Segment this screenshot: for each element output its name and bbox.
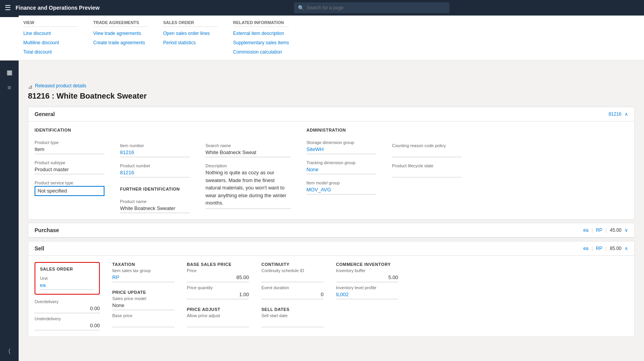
breadcrumb[interactable]: Released product details: [35, 83, 86, 89]
sales-order-unit-value[interactable]: ea: [40, 281, 94, 290]
general-collapse-icon[interactable]: ∧: [625, 111, 628, 117]
taxation-title: TAXATION: [112, 262, 174, 267]
sell-title: Sell: [35, 245, 44, 252]
dropdown-sales-group: Sales order Open sales order lines Perio…: [163, 20, 218, 56]
purchase-rp: RP: [596, 227, 602, 233]
continuity-group: CONTINUITY Continuity schedule ID Event …: [261, 262, 324, 330]
sell-amount: 85.00: [610, 246, 621, 251]
product-name-value: White Boatneck Sweater: [120, 205, 190, 213]
item-model-value[interactable]: MOV_AVG: [306, 186, 376, 194]
sidebar-grid-icon[interactable]: ▦: [2, 65, 16, 79]
continuity-schedule-value: [261, 274, 324, 282]
continuity-schedule-field: Continuity schedule ID: [261, 268, 324, 282]
purchase-title: Purchase: [35, 227, 59, 233]
dropdown-multiline-discount[interactable]: Multiline discount: [23, 39, 78, 46]
counting-policy-label: Counting reason code policy: [392, 143, 462, 148]
continuity-schedule-label: Continuity schedule ID: [261, 268, 324, 273]
base-sales-price-title: BASE SALES PRICE: [187, 262, 249, 267]
product-type-field: Product type Item: [35, 140, 104, 154]
sell-dropdown: View Line discount Multiline discount To…: [19, 17, 644, 61]
purchase-header-right: ea | RP | 45.00 ∨: [583, 227, 628, 233]
counting-policy-value: [392, 149, 462, 157]
purchase-section-header[interactable]: Purchase ea | RP | 45.00 ∨: [28, 223, 634, 238]
underdelivery-value: 0.00: [35, 322, 100, 330]
general-header-right: 81216 ∧: [609, 111, 628, 117]
lifecycle-field: Product lifecycle state: [392, 163, 462, 177]
product-service-type-field: Product service type Not specified: [35, 180, 104, 196]
dropdown-commission[interactable]: Commission calculation: [233, 49, 289, 56]
sell-fields: SALES ORDER Unit ea Overdelivery 0.00: [35, 262, 628, 330]
tracking-dim-field: Tracking dimension group None: [306, 160, 376, 174]
product-number-field: Product number 81216: [120, 163, 190, 177]
identification-title: IDENTIFICATION: [35, 128, 104, 132]
search-name-field: Search name White Boatneck Sweat: [205, 143, 291, 157]
underdelivery-label: Underdelivery: [35, 316, 100, 321]
product-name-label: Product name: [120, 199, 190, 204]
sales-price-model-field: Sales price model None: [112, 296, 174, 310]
lifecycle-value: [392, 169, 462, 177]
tracking-dim-value[interactable]: None: [306, 166, 376, 174]
allow-price-adjust-label: Allow price adjust: [187, 313, 249, 318]
sell-rp: RP: [596, 246, 602, 251]
sell-start-date-value: [261, 319, 324, 327]
item-tax-group-field: Item sales tax group RP: [112, 268, 174, 282]
page-content: ⊿ Released product details 81216 : White…: [19, 33, 644, 345]
dropdown-total-discount[interactable]: Total discount: [23, 49, 78, 56]
sell-section-header[interactable]: Sell ea | RP | 85.00 ∧: [28, 241, 634, 256]
base-price-label: Base price: [112, 313, 174, 318]
description-value: Nothing is quite as cozy as our sweaters…: [205, 169, 291, 209]
price-label: Price: [187, 268, 249, 273]
purchase-section: Purchase ea | RP | 45.00 ∨: [28, 223, 635, 238]
product-subtype-value: Product master: [35, 166, 104, 174]
dropdown-create-trade[interactable]: Create trade agreements: [93, 39, 148, 46]
product-service-type-value[interactable]: Not specified: [35, 186, 104, 196]
sales-price-model-value: None: [112, 302, 174, 310]
price-value: 85.00: [187, 274, 249, 282]
inventory-level-profile-label: Inventory level profile: [336, 285, 398, 290]
product-name-field: Product name White Boatneck Sweater: [120, 199, 190, 213]
dropdown-period-stats[interactable]: Period statistics: [163, 39, 218, 46]
event-duration-label: Event duration: [261, 285, 324, 290]
dropdown-line-discount[interactable]: Line discount: [23, 30, 78, 37]
general-title: General: [35, 111, 55, 117]
purchase-amount: 45.00: [610, 227, 621, 233]
dropdown-external-item[interactable]: External item description: [233, 30, 289, 37]
product-subtype-field: Product subtype Product master: [35, 160, 104, 174]
taxation-group: TAXATION Item sales tax group RP PRICE U…: [112, 262, 174, 330]
event-duration-field: Event duration 0: [261, 285, 324, 299]
search-input[interactable]: [306, 5, 446, 10]
filter-icon[interactable]: ⊿: [28, 83, 33, 90]
dropdown-view-trade[interactable]: View trade agreements: [93, 30, 148, 37]
product-subtype-label: Product subtype: [35, 160, 104, 165]
overdelivery-value: 0.00: [35, 305, 100, 313]
underdelivery-field: Underdelivery 0.00: [35, 316, 100, 330]
general-section-header[interactable]: General 81216 ∧: [28, 107, 634, 121]
main-content: ✏️ Edit + New 🗑 Delete Product Purchase …: [19, 16, 644, 361]
item-model-field: Item model group MOV_AVG: [306, 180, 376, 194]
product-number-value[interactable]: 81216: [120, 169, 190, 177]
dropdown-open-orders[interactable]: Open sales order lines: [163, 30, 218, 37]
purchase-expand-icon[interactable]: ∨: [625, 227, 628, 233]
search-bar[interactable]: 🔍: [294, 2, 449, 13]
overdelivery-field: Overdelivery 0.00: [35, 299, 100, 313]
storage-dim-field: Storage dimension group SiteWH: [306, 140, 376, 154]
storage-dim-value[interactable]: SiteWH: [306, 146, 376, 154]
dropdown-trade-group: Trade agreements View trade agreements C…: [93, 20, 148, 56]
sidebar-collapse-icon[interactable]: ⟨: [2, 344, 16, 358]
sales-price-model-label: Sales price model: [112, 296, 174, 301]
item-number-value[interactable]: 81216: [120, 149, 190, 157]
inventory-buffer-value: 5.00: [336, 274, 398, 282]
hamburger-menu[interactable]: ☰: [5, 3, 11, 12]
general-section-id: 81216: [609, 111, 621, 117]
item-number-group: Item number 81216 Product number 81216 F…: [120, 128, 190, 213]
continuity-title: CONTINUITY: [261, 262, 324, 267]
inventory-level-profile-value[interactable]: IL002: [336, 291, 398, 299]
sales-order-unit-label: Unit: [40, 276, 94, 281]
dropdown-supplementary[interactable]: Supplementary sales items: [233, 39, 289, 46]
commerce-inventory-group: COMMERCE INVENTORY Inventory buffer 5.00…: [336, 262, 398, 330]
price-quantity-value: 1.00: [187, 291, 249, 299]
item-tax-value[interactable]: RP: [112, 274, 174, 282]
sales-order-box: SALES ORDER Unit ea: [35, 262, 100, 295]
sell-expand-icon[interactable]: ∧: [625, 246, 628, 251]
sidebar-list-icon[interactable]: ≡: [2, 81, 16, 95]
